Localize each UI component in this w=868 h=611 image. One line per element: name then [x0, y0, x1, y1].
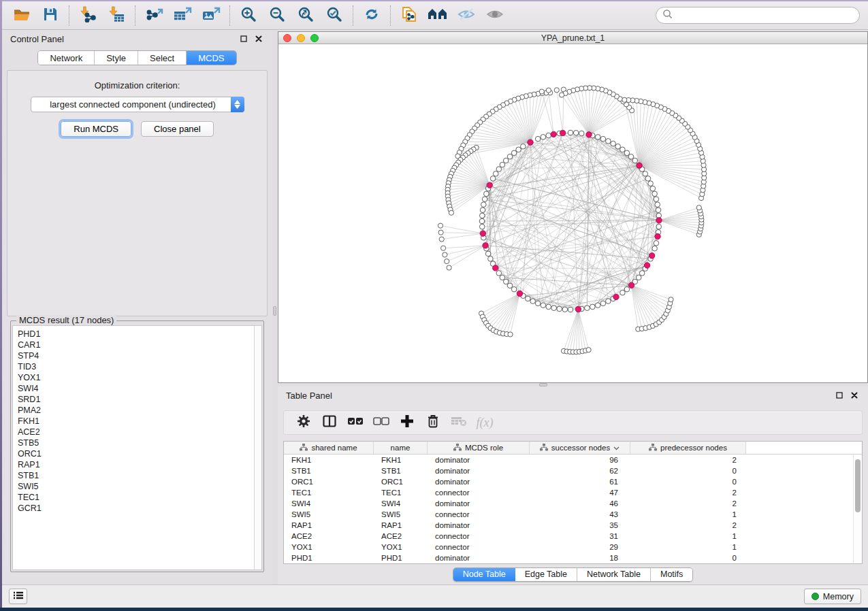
- mcds-result-item[interactable]: SRD1: [18, 394, 254, 405]
- table-row[interactable]: YOX1YOX1connector291: [284, 542, 862, 552]
- mcds-result-list[interactable]: PHD1CAR1STP4TID3YOX1SWI4SRD1PMA2FKH1ACE2…: [12, 325, 262, 570]
- toolbar-separator: [353, 5, 353, 26]
- mcds-result-item[interactable]: STB5: [18, 437, 254, 448]
- mcds-result-item[interactable]: SWI4: [18, 383, 254, 394]
- mcds-result-title: MCDS result (17 nodes): [16, 315, 116, 325]
- zoom-in-button[interactable]: [234, 4, 263, 27]
- delete-table-button[interactable]: [446, 412, 472, 433]
- import-table-button[interactable]: [102, 4, 131, 27]
- delete-column-button[interactable]: [420, 412, 446, 433]
- function-builder-button[interactable]: f(x): [472, 412, 498, 433]
- mcds-result-item[interactable]: RAP1: [18, 459, 254, 470]
- column-view-button[interactable]: [317, 412, 342, 433]
- open-file-button[interactable]: [7, 4, 36, 27]
- search-icon: [662, 9, 673, 22]
- table-row[interactable]: RAP1RAP1dominator352: [284, 520, 862, 531]
- export-table-icon: [173, 6, 192, 25]
- mcds-result-item[interactable]: PHD1: [18, 329, 254, 340]
- column-header-successor-nodes[interactable]: successor nodes: [530, 442, 630, 454]
- table-settings-button[interactable]: [291, 412, 317, 433]
- table-row[interactable]: SWI5SWI5connector431: [284, 509, 862, 520]
- duplicate-network-button[interactable]: [395, 4, 423, 27]
- mcds-result-item[interactable]: CAR1: [18, 340, 254, 350]
- table-panel-header: Table Panel: [278, 386, 868, 404]
- network-graph: [278, 44, 866, 382]
- search-input[interactable]: [677, 10, 853, 20]
- tab-network-table[interactable]: Network Table: [577, 568, 651, 581]
- import-network-button[interactable]: [74, 4, 102, 27]
- columns-icon: [323, 415, 336, 430]
- tab-select[interactable]: Select: [138, 51, 187, 65]
- show-panels-button[interactable]: [9, 589, 27, 604]
- float-table-panel-button[interactable]: [834, 390, 845, 401]
- zoom-out-button[interactable]: [263, 4, 291, 27]
- tab-motifs[interactable]: Motifs: [651, 568, 692, 581]
- node-table[interactable]: shared namenameMCDS rolesuccessor nodesp…: [283, 441, 863, 564]
- table-scrollbar[interactable]: [853, 455, 861, 563]
- mcds-result-item[interactable]: STP4: [18, 350, 254, 361]
- table-row[interactable]: FKH1FKH1dominator962: [284, 455, 862, 465]
- zoom-fit-button[interactable]: [291, 4, 320, 27]
- mcds-result-item[interactable]: GCR1: [18, 503, 254, 514]
- export-table-button[interactable]: [168, 4, 197, 27]
- mcds-result-item[interactable]: FKH1: [18, 416, 254, 427]
- zoom-selected-button[interactable]: [320, 4, 349, 27]
- delete-table-icon: [451, 416, 467, 429]
- table-scrollbar-thumb[interactable]: [855, 459, 861, 512]
- close-table-panel-button[interactable]: [849, 390, 860, 401]
- deselect-all-columns-button[interactable]: [368, 412, 394, 433]
- column-header-shared-name[interactable]: shared name: [284, 442, 374, 454]
- save-session-button[interactable]: [36, 4, 65, 27]
- mcds-result-item[interactable]: TEC1: [18, 492, 254, 503]
- zoom-fit-icon: [298, 6, 314, 25]
- vertical-splitter[interactable]: [272, 30, 278, 584]
- table-row[interactable]: TEC1TEC1connector472: [284, 487, 862, 498]
- table-row[interactable]: STB1STB1dominator620: [284, 465, 862, 476]
- main-toolbar: [2, 1, 868, 30]
- import-table-icon: [108, 6, 125, 25]
- memory-button[interactable]: Memory: [804, 589, 861, 604]
- mcds-result-scrollbar[interactable]: [254, 326, 261, 569]
- mcds-result-item[interactable]: SWI5: [18, 481, 254, 492]
- add-column-button[interactable]: [394, 412, 420, 433]
- toolbar-separator: [229, 5, 230, 26]
- network-canvas[interactable]: [278, 44, 867, 382]
- optimization-criterion-select[interactable]: largest connected component (undirected): [31, 97, 244, 112]
- table-row[interactable]: ORC1ORC1dominator610: [284, 476, 862, 487]
- table-row[interactable]: SWI4SWI4dominator462: [284, 498, 862, 509]
- export-image-button[interactable]: [197, 4, 225, 27]
- mcds-result-item[interactable]: ORC1: [18, 448, 254, 459]
- export-network-button[interactable]: [140, 4, 168, 27]
- tab-style[interactable]: Style: [95, 51, 138, 65]
- show-graphics-details-button[interactable]: [481, 4, 509, 27]
- column-header-MCDS-role[interactable]: MCDS role: [428, 442, 530, 454]
- table-row[interactable]: PHD1PHD1dominator180: [284, 552, 862, 563]
- optimization-criterion-value: largest connected component (undirected): [31, 99, 231, 110]
- mcds-result-item[interactable]: PMA2: [18, 405, 254, 416]
- horizontal-splitter[interactable]: [278, 383, 868, 386]
- mcds-result-group: MCDS result (17 nodes) PHD1CAR1STP4TID3Y…: [10, 320, 264, 572]
- tab-mcds[interactable]: MCDS: [187, 51, 236, 65]
- mcds-result-item[interactable]: STB1: [18, 470, 254, 481]
- search-box[interactable]: [656, 7, 860, 24]
- select-all-columns-button[interactable]: [342, 412, 368, 433]
- column-header-name[interactable]: name: [374, 442, 428, 454]
- memory-label: Memory: [823, 592, 854, 601]
- run-mcds-button[interactable]: Run MCDS: [61, 121, 131, 137]
- first-neighbors-button[interactable]: [423, 4, 452, 27]
- tab-network[interactable]: Network: [38, 51, 95, 65]
- tab-node-table[interactable]: Node Table: [453, 568, 515, 581]
- table-row[interactable]: ACE2ACE2connector311: [284, 531, 862, 542]
- tab-edge-table[interactable]: Edge Table: [515, 568, 577, 581]
- mcds-result-item[interactable]: ACE2: [18, 427, 254, 437]
- network-window-title: YPA_prune.txt_1: [278, 33, 867, 43]
- network-window-titlebar[interactable]: YPA_prune.txt_1: [278, 32, 867, 44]
- mcds-result-item[interactable]: TID3: [18, 361, 254, 372]
- float-panel-button[interactable]: [238, 33, 249, 44]
- close-panel-button-mcds[interactable]: Close panel: [141, 121, 214, 137]
- mcds-result-item[interactable]: YOX1: [18, 372, 254, 383]
- hide-graphics-details-button[interactable]: [452, 4, 481, 27]
- close-panel-button[interactable]: [253, 33, 264, 44]
- refresh-network-button[interactable]: [357, 4, 386, 27]
- column-header-predecessor-nodes[interactable]: predecessor nodes: [630, 442, 746, 454]
